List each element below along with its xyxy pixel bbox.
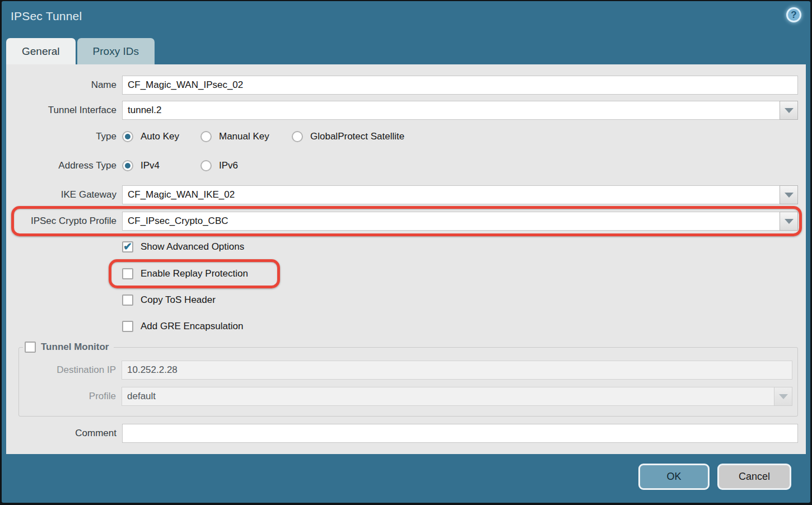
show-advanced-options-checkbox[interactable]: Show Advanced Options xyxy=(122,241,244,252)
help-icon[interactable]: ? xyxy=(786,7,801,22)
ike-gateway-row: IKE Gateway CF_Magic_WAN_IKE_02 xyxy=(6,185,806,204)
name-input[interactable]: CF_Magic_WAN_IPsec_02 xyxy=(122,76,798,95)
ok-button[interactable]: OK xyxy=(638,464,710,490)
ike-gateway-dropdown-button[interactable] xyxy=(780,185,798,204)
enable-replay-protection-checkbox[interactable]: Enable Replay Protection xyxy=(122,268,248,279)
dialog-titlebar: IPSec Tunnel ? xyxy=(2,1,810,36)
radio-ipv4[interactable]: IPv4 xyxy=(122,160,200,171)
radio-unselected-icon xyxy=(292,131,303,142)
tunnel-interface-combo: tunnel.2 xyxy=(122,101,798,120)
show-advanced-options-row: Show Advanced Options xyxy=(6,240,806,254)
destination-ip-row: Destination IP 10.252.2.28 xyxy=(19,361,792,380)
destination-ip-label: Destination IP xyxy=(19,364,122,376)
dialog-title: IPSec Tunnel xyxy=(11,10,82,23)
add-gre-encapsulation-checkbox[interactable]: Add GRE Encapsulation xyxy=(122,321,243,332)
ipsec-crypto-profile-label: IPSec Crypto Profile xyxy=(6,216,122,227)
tunnel-interface-label: Tunnel Interface xyxy=(6,105,122,116)
enable-replay-protection-row: Enable Replay Protection xyxy=(6,267,806,280)
radio-globalprotect-satellite[interactable]: GlobalProtect Satellite xyxy=(292,131,404,142)
checkbox-unchecked-icon xyxy=(25,342,36,353)
address-type-label: Address Type xyxy=(6,160,122,171)
checkbox-checked-icon xyxy=(122,241,133,252)
checkbox-unchecked-icon xyxy=(122,321,133,332)
tab-general[interactable]: General xyxy=(6,38,76,64)
copy-tos-header-checkbox[interactable]: Copy ToS Header xyxy=(122,294,216,306)
ike-gateway-label: IKE Gateway xyxy=(6,189,122,200)
chevron-down-icon xyxy=(779,394,788,399)
type-label: Type xyxy=(6,131,122,142)
checkbox-unchecked-icon xyxy=(122,268,133,279)
general-tab-panel: Name CF_Magic_WAN_IPsec_02 Tunnel Interf… xyxy=(6,64,806,454)
cancel-button[interactable]: Cancel xyxy=(717,464,791,490)
add-gre-encapsulation-row: Add GRE Encapsulation xyxy=(6,320,806,333)
ike-gateway-input[interactable]: CF_Magic_WAN_IKE_02 xyxy=(122,185,780,204)
radio-unselected-icon xyxy=(200,160,212,171)
monitor-profile-label: Profile xyxy=(19,391,122,402)
monitor-profile-row: Profile default xyxy=(19,387,792,406)
tab-bar: General Proxy IDs xyxy=(6,38,155,64)
chevron-down-icon xyxy=(785,219,794,224)
radio-selected-icon xyxy=(122,160,133,171)
tab-proxy-ids[interactable]: Proxy IDs xyxy=(77,38,155,64)
comment-label: Comment xyxy=(6,428,122,439)
radio-selected-icon xyxy=(122,131,133,142)
destination-ip-input: 10.252.2.28 xyxy=(122,361,792,380)
comment-row: Comment xyxy=(6,424,806,443)
tunnel-monitor-fieldset: Tunnel Monitor Destination IP 10.252.2.2… xyxy=(18,342,798,417)
ike-gateway-combo: CF_Magic_WAN_IKE_02 xyxy=(122,185,798,204)
tunnel-monitor-label: Tunnel Monitor xyxy=(41,342,109,353)
ipsec-crypto-profile-combo: CF_IPsec_Crypto_CBC xyxy=(122,212,798,231)
tunnel-monitor-legend: Tunnel Monitor xyxy=(23,342,114,353)
comment-input[interactable] xyxy=(122,424,798,443)
address-type-row: Address Type IPv4 IPv6 xyxy=(6,158,806,173)
copy-tos-header-row: Copy ToS Header xyxy=(6,293,806,307)
monitor-profile-combo: default xyxy=(122,387,792,406)
ipsec-crypto-profile-input[interactable]: CF_IPsec_Crypto_CBC xyxy=(122,212,780,231)
ipsec-tunnel-dialog: IPSec Tunnel ? General Proxy IDs Name CF… xyxy=(2,1,810,503)
checkbox-unchecked-icon xyxy=(122,294,133,306)
tunnel-interface-input[interactable]: tunnel.2 xyxy=(122,101,780,120)
tunnel-interface-row: Tunnel Interface tunnel.2 xyxy=(6,101,806,120)
monitor-profile-dropdown-button xyxy=(774,387,792,406)
monitor-profile-input: default xyxy=(122,387,774,406)
radio-manual-key[interactable]: Manual Key xyxy=(200,131,292,142)
ipsec-crypto-profile-row: IPSec Crypto Profile CF_IPsec_Crypto_CBC xyxy=(6,212,806,231)
tunnel-monitor-checkbox[interactable] xyxy=(25,342,36,353)
type-row: Type Auto Key Manual Key GlobalProtect S… xyxy=(6,129,806,144)
tunnel-interface-dropdown-button[interactable] xyxy=(780,101,798,120)
radio-ipv6[interactable]: IPv6 xyxy=(200,160,238,171)
radio-unselected-icon xyxy=(200,131,212,142)
ipsec-crypto-profile-dropdown-button[interactable] xyxy=(780,212,798,231)
name-row: Name CF_Magic_WAN_IPsec_02 xyxy=(6,76,806,95)
chevron-down-icon xyxy=(785,108,794,113)
radio-auto-key[interactable]: Auto Key xyxy=(122,131,200,142)
chevron-down-icon xyxy=(785,193,794,198)
name-label: Name xyxy=(6,80,122,91)
